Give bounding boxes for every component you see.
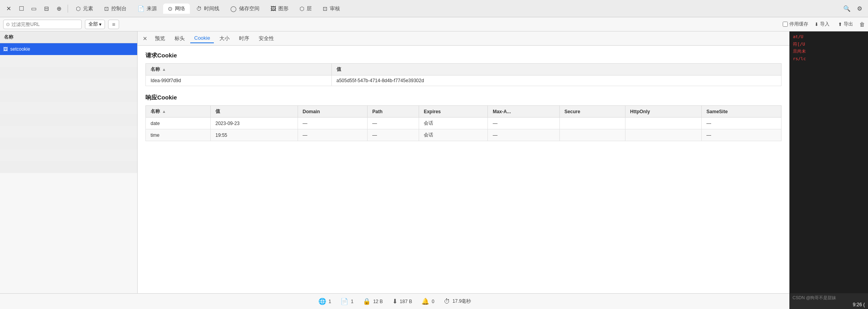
res-col-samesite: SameSite xyxy=(702,106,782,118)
close-button[interactable]: ✕ xyxy=(3,3,14,14)
dock-right-button[interactable]: ▭ xyxy=(28,3,39,14)
res-date-maxage: — xyxy=(488,118,559,129)
request-item-empty7 xyxy=(0,126,137,138)
url-filter-input[interactable] xyxy=(11,22,79,27)
tab-console[interactable]: ⊡ 控制台 xyxy=(99,4,131,14)
import-label: 导入 xyxy=(820,21,829,28)
res-time-name: time xyxy=(146,129,211,141)
status-errors: 🔔 0 xyxy=(421,298,434,305)
res-time-value: 19:55 xyxy=(210,129,298,141)
tab-source-label: 来源 xyxy=(147,5,157,12)
tab-storage[interactable]: ◯ 储存空间 xyxy=(226,4,264,14)
tab-layers[interactable]: ⬡ 层 xyxy=(295,4,316,14)
request-item-setcookie[interactable]: 🖼 setcookie xyxy=(0,43,137,55)
request-item-empty2 xyxy=(0,67,137,79)
cookie-content: 请求Cookie 名称 ▲ 值 Idea-990f7d xyxy=(138,46,789,293)
sub-tabs-bar: ✕ 预览 标头 Cookie 大小 时序 安全性 xyxy=(138,31,789,46)
res-time-samesite: — xyxy=(702,129,782,141)
globe-icon: 🌐 xyxy=(318,298,326,305)
request-cookie-title: 请求Cookie xyxy=(145,52,782,59)
sub-tab-close-button[interactable]: ✕ xyxy=(141,34,149,43)
status-sent: 🔒 12 B xyxy=(363,298,383,305)
res-date-value: 2023-09-23 xyxy=(210,118,298,129)
bottom-container: 🌐 1 📄 1 🔒 12 B ⬇ 187 B 🔔 0 ⏱ 17.9毫秒 9:26… xyxy=(0,293,868,309)
sub-tab-preview[interactable]: 预览 xyxy=(151,33,169,44)
response-cookie-table: 名称 ▲ 值 Domain Path Expires xyxy=(145,105,782,141)
tab-elements[interactable]: ⬡ 元素 xyxy=(71,4,98,14)
export-label: 导出 xyxy=(844,21,853,28)
request-item-empty9 xyxy=(0,149,137,161)
response-cookie-title: 响应Cookie xyxy=(145,94,782,101)
res-date-samesite: — xyxy=(702,118,782,129)
res-date-name: date xyxy=(146,118,211,129)
trash-icon: 🗑 xyxy=(859,21,865,28)
settings-button[interactable]: ⚙ xyxy=(854,3,865,14)
time-value: 9:26 ( xyxy=(853,302,865,307)
side-line-4: rs/lc xyxy=(793,56,865,63)
toolbar-separator xyxy=(68,5,68,13)
table-row[interactable]: date 2023-09-23 — — 会话 — — xyxy=(146,118,782,129)
graphics-icon: 🖼 xyxy=(270,6,276,12)
file-icon: 📄 xyxy=(340,298,348,305)
res-time-path: — xyxy=(367,129,419,141)
filter-bar: ⊙ 全部 ▾ ≡ 停用缓存 ⬇ 导入 ⬆ 导出 🗑 xyxy=(0,17,868,31)
sub-tab-headers-label: 标头 xyxy=(175,35,185,42)
tab-network[interactable]: ⊙ 网络 xyxy=(163,4,190,14)
left-panel: 名称 🖼 setcookie xyxy=(0,31,138,293)
export-button[interactable]: ⬆ 导出 xyxy=(836,20,855,28)
table-row[interactable]: Idea-990f7d9d a505d55f-547b-4714-8d4b-f7… xyxy=(146,75,782,86)
inspect-button[interactable]: ⊕ xyxy=(53,3,64,14)
sub-tab-headers[interactable]: 标头 xyxy=(171,33,189,44)
tab-network-label: 网络 xyxy=(175,5,185,12)
req-col-name: 名称 ▲ xyxy=(146,64,332,75)
side-line-3: 旦尚未 xyxy=(793,48,865,55)
sub-tab-security-label: 安全性 xyxy=(259,35,274,42)
sub-tab-cookie-label: Cookie xyxy=(194,35,210,41)
all-filter-select[interactable]: 全部 ▾ xyxy=(85,20,105,29)
res-col-path: Path xyxy=(367,106,419,118)
network-icon: ⊙ xyxy=(168,6,173,12)
export-icon: ⬆ xyxy=(838,22,842,27)
req-cookie-value: a505d55f-547b-4714-8d4b-f7745e39302d xyxy=(331,75,781,86)
request-item-empty1 xyxy=(0,55,137,67)
watermark: CSDN @狗哥不是甜妹 xyxy=(793,295,836,301)
audit-icon: ⊡ xyxy=(323,6,327,12)
filter-extra-button[interactable]: ≡ xyxy=(108,20,119,29)
url-filter-wrap: ⊙ xyxy=(3,20,82,29)
tab-graphics[interactable]: 🖼 图形 xyxy=(266,4,293,14)
sub-tab-size[interactable]: 大小 xyxy=(215,33,234,44)
table-row[interactable]: time 19:55 — — 会话 — — xyxy=(146,129,782,141)
tab-source[interactable]: 📄 来源 xyxy=(133,4,162,14)
status-sent-size: 12 B xyxy=(373,299,383,304)
req-col-value: 值 xyxy=(331,64,781,75)
tab-audit[interactable]: ⊡ 审核 xyxy=(318,4,345,14)
trash-button[interactable]: 🗑 xyxy=(859,21,865,28)
tab-timeline[interactable]: ⏱ 时间线 xyxy=(191,4,224,14)
disable-cache-label[interactable]: 停用缓存 xyxy=(783,21,808,28)
sub-tab-cookie[interactable]: Cookie xyxy=(190,33,214,43)
tab-layers-label: 层 xyxy=(307,5,312,12)
sub-tab-timing[interactable]: 时序 xyxy=(235,33,253,44)
undock-button[interactable]: ☐ xyxy=(16,3,27,14)
sub-tab-size-label: 大小 xyxy=(219,35,230,42)
disable-cache-checkbox[interactable] xyxy=(783,22,788,27)
bell-icon: 🔔 xyxy=(421,298,429,305)
status-time-value: 17.9毫秒 xyxy=(452,298,471,305)
time-badge: 9:26 ( xyxy=(853,302,865,307)
search-button[interactable]: 🔍 xyxy=(841,3,852,14)
left-panel-header: 名称 xyxy=(0,31,137,43)
res-date-domain: — xyxy=(298,118,367,129)
status-time: ⏱ 17.9毫秒 xyxy=(444,298,471,305)
right-side-panel: at/U 符[/U 旦尚未 rs/lc xyxy=(789,31,868,293)
import-button[interactable]: ⬇ 导入 xyxy=(812,20,832,28)
timeline-icon: ⏱ xyxy=(196,6,202,12)
res-date-secure xyxy=(559,118,625,129)
request-item-empty8 xyxy=(0,138,137,149)
side-line-1: at/U xyxy=(793,34,865,40)
dock-bottom-button[interactable]: ⊟ xyxy=(41,3,52,14)
request-item-empty3 xyxy=(0,79,137,90)
import-icon: ⬇ xyxy=(815,22,818,27)
sub-tab-security[interactable]: 安全性 xyxy=(255,33,278,44)
res-time-domain: — xyxy=(298,129,367,141)
tab-storage-label: 储存空间 xyxy=(239,5,259,12)
